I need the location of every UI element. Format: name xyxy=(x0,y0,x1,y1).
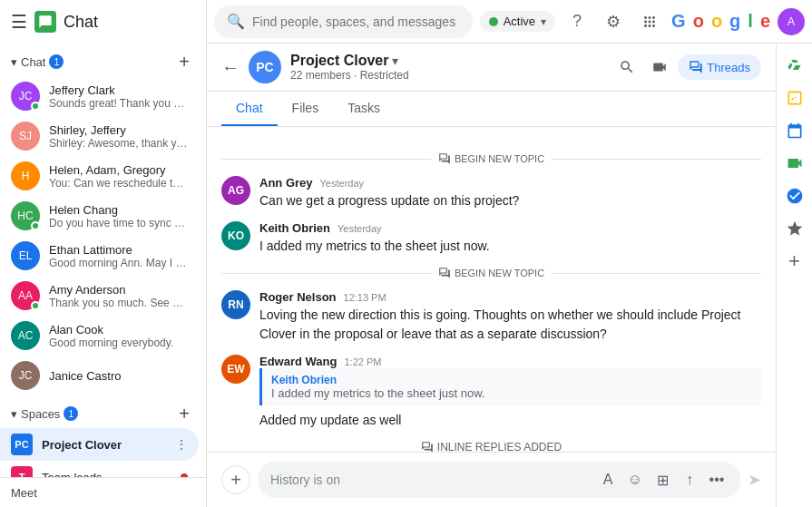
search-conv-button[interactable] xyxy=(612,53,641,82)
message-avatar: RN xyxy=(221,290,250,319)
message-avatar: EW xyxy=(221,355,250,384)
tab-chat[interactable]: Chat xyxy=(221,92,278,126)
add-app-button[interactable]: + xyxy=(780,247,809,276)
space-name: Project Clover xyxy=(42,438,175,452)
dropdown-icon[interactable]: ▾ xyxy=(392,54,398,68)
message-name: Ann Grey xyxy=(259,176,313,190)
active-status[interactable]: Active ▾ xyxy=(480,11,555,32)
chat-list-item[interactable]: AA Amy Anderson Thank you so much. See y… xyxy=(0,276,199,316)
message-name: Keith Obrien xyxy=(259,221,330,235)
chat-section-label: ▾ Chat 1 xyxy=(11,54,64,69)
message-time: 1:22 PM xyxy=(344,356,381,367)
divider-line xyxy=(552,159,761,160)
chat-list-item[interactable]: EL Ethan Lattimore Good morning Ann. May… xyxy=(0,236,199,276)
threads-button[interactable]: Threads xyxy=(678,54,761,80)
google-g: G xyxy=(671,11,686,32)
chat-list-item[interactable]: H Helen, Adam, Gregory You: Can we resch… xyxy=(0,156,199,196)
tab-tasks[interactable]: Tasks xyxy=(333,92,395,126)
chat-list-item[interactable]: SJ Shirley, Jeffery Shirley: Awesome, th… xyxy=(0,116,199,156)
tasks-icon[interactable] xyxy=(780,83,809,112)
help-button[interactable]: ? xyxy=(563,7,592,36)
app-logo xyxy=(34,11,56,33)
space-list-item[interactable]: T Team leads xyxy=(0,461,199,477)
conversation-panel: ← PC Project Clover ▾ 22 members · Restr… xyxy=(207,44,776,507)
conv-avatar: PC xyxy=(249,51,281,83)
chat-item-preview: Good morning Ann. May I ask a question? xyxy=(49,257,188,269)
calendar-icon[interactable] xyxy=(780,116,809,145)
tab-files[interactable]: Files xyxy=(278,92,334,126)
chat-list-item[interactable]: JC Jeffery Clark Sounds great! Thank you… xyxy=(0,76,199,116)
message: RN Roger Nelson 12:13 PM Loving the new … xyxy=(221,290,761,344)
chat-item-preview: Shirley: Awesome, thank you for the... xyxy=(49,137,188,150)
star-icon[interactable] xyxy=(780,214,809,243)
divider-line xyxy=(221,159,431,160)
right-panel: + xyxy=(776,44,812,507)
input-actions: A ☺ ⊞ ↑ ••• xyxy=(597,469,728,491)
avatar: H xyxy=(11,161,40,190)
user-avatar[interactable]: A xyxy=(778,8,805,35)
more-options-icon[interactable]: ⋮ xyxy=(175,437,188,452)
chat-item-name: Helen, Adam, Gregory xyxy=(49,163,188,177)
message-time: Yesterday xyxy=(338,223,382,234)
add-space-button[interactable]: + xyxy=(173,403,195,424)
avatar: EL xyxy=(11,241,40,270)
settings-button[interactable]: ⚙ xyxy=(599,7,628,36)
message: AG Ann Grey Yesterday Can we get a progr… xyxy=(221,176,761,210)
topic-divider: BEGIN NEW TOPIC xyxy=(221,267,761,279)
drive-icon[interactable] xyxy=(780,51,809,80)
chat-label: Chat xyxy=(21,55,45,69)
video-button[interactable] xyxy=(645,53,674,82)
message-header: Roger Nelson 12:13 PM xyxy=(259,290,761,304)
message-time: Yesterday xyxy=(320,178,365,189)
message-name: Edward Wang xyxy=(259,355,337,368)
chat-item-name: Alan Cook xyxy=(49,323,188,336)
spaces-section-header[interactable]: ▾ Spaces 1 + xyxy=(0,395,206,428)
meet-icon[interactable] xyxy=(780,149,809,178)
more-icon[interactable]: ••• xyxy=(706,469,728,491)
emoji-icon[interactable]: ☺ xyxy=(624,469,646,491)
inline-replies-label: INLINE REPLIES ADDED xyxy=(221,441,761,452)
chat-item-preview: You: Can we reschedule the meeting for..… xyxy=(49,177,188,190)
online-dot xyxy=(31,221,40,230)
search-box[interactable]: 🔍 xyxy=(214,5,473,38)
chat-badge: 1 xyxy=(49,54,64,69)
conv-title-block: Project Clover ▾ 22 members · Restricted xyxy=(290,53,409,82)
sidebar: ☰ Chat ▾ Chat 1 + JC Jeffery Clark Sound… xyxy=(0,0,207,507)
online-dot xyxy=(31,301,40,310)
send-button[interactable]: ➤ xyxy=(748,470,761,490)
attach-icon[interactable]: ⊞ xyxy=(651,469,673,491)
chat-item-preview: Good morning everybody. xyxy=(49,336,188,349)
add-attachment-button[interactable]: + xyxy=(221,465,250,494)
online-dot xyxy=(31,102,40,111)
conv-subtitle: 22 members · Restricted xyxy=(290,69,409,82)
search-input[interactable] xyxy=(252,15,460,29)
conv-header-right: Threads xyxy=(612,53,761,82)
message-time: 12:13 PM xyxy=(344,292,386,303)
divider-line xyxy=(221,273,431,274)
todo-icon[interactable] xyxy=(780,181,809,210)
apps-button[interactable] xyxy=(635,7,664,36)
input-box[interactable]: History is on A ☺ ⊞ ↑ ••• xyxy=(258,462,740,498)
text-format-icon[interactable]: A xyxy=(597,469,619,491)
meet-label: Meet xyxy=(11,486,37,500)
chat-item-name: Amy Anderson xyxy=(49,283,188,297)
avatar: HC xyxy=(11,201,40,230)
back-button[interactable]: ← xyxy=(221,57,240,78)
add-chat-button[interactable]: + xyxy=(173,51,195,73)
message-content: Roger Nelson 12:13 PM Loving the new dir… xyxy=(259,290,761,344)
messages-area: BEGIN NEW TOPIC AG Ann Grey Yesterday Ca… xyxy=(207,127,776,452)
menu-icon[interactable]: ☰ xyxy=(11,11,27,33)
conv-header: ← PC Project Clover ▾ 22 members · Restr… xyxy=(207,44,776,92)
upload-icon[interactable]: ↑ xyxy=(679,469,700,491)
topbar: 🔍 Active ▾ ? ⚙ Google A xyxy=(207,0,812,44)
chat-list-item[interactable]: AC Alan Cook Good morning everybody. xyxy=(0,316,199,356)
chat-list-item[interactable]: JC Janice Castro xyxy=(0,356,199,395)
chat-list-item[interactable]: HC Helen Chang Do you have time to sync … xyxy=(0,196,199,236)
chat-section-header[interactable]: ▾ Chat 1 + xyxy=(0,44,206,76)
space-list: PC Project Clover ⋮ T Team leads M Marke… xyxy=(0,428,206,477)
message-name: Roger Nelson xyxy=(259,290,337,304)
app-title: Chat xyxy=(64,13,98,32)
space-list-item[interactable]: PC Project Clover ⋮ xyxy=(0,428,199,461)
space-name: Team leads xyxy=(42,471,181,478)
avatar: AA xyxy=(11,281,40,310)
